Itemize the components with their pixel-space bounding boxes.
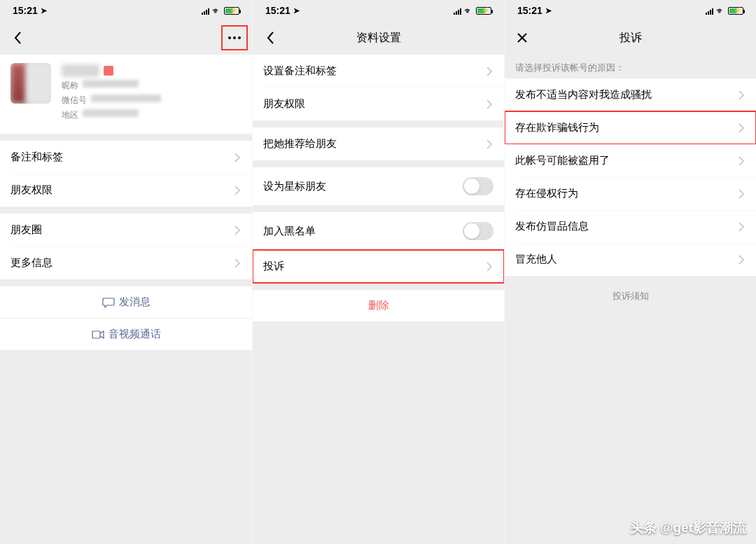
button-label: 发消息 bbox=[119, 295, 150, 309]
link-label: 投诉须知 bbox=[612, 291, 649, 301]
region-label: 地区 bbox=[62, 109, 78, 121]
page-title: 资料设置 bbox=[356, 31, 401, 46]
wechat-value bbox=[91, 95, 161, 102]
svg-rect-3 bbox=[92, 331, 100, 338]
nickname-label: 昵称 bbox=[62, 80, 78, 92]
delete-button[interactable]: 删除 bbox=[253, 290, 504, 321]
screen-profile: 15:21 ➤ ᯤ ⚡ 昵称 微信号 地区 bbox=[0, 0, 252, 544]
chevron-right-icon bbox=[738, 90, 746, 100]
star-toggle[interactable] bbox=[463, 177, 493, 195]
item-label: 备注和标签 bbox=[10, 151, 63, 164]
video-icon bbox=[92, 330, 104, 339]
close-button[interactable] bbox=[513, 29, 531, 47]
button-label: 音视频通话 bbox=[108, 328, 161, 341]
location-icon: ➤ bbox=[41, 6, 47, 15]
item-label: 加入黑名单 bbox=[263, 225, 316, 238]
item-moments[interactable]: 朋友圈 bbox=[0, 214, 252, 246]
profile-header: 昵称 微信号 地区 bbox=[0, 55, 252, 134]
back-button[interactable] bbox=[8, 29, 27, 47]
status-time: 15:21 bbox=[517, 5, 542, 16]
item-star[interactable]: 设为星标朋友 bbox=[253, 167, 504, 205]
page-title: 投诉 bbox=[620, 31, 642, 46]
chevron-right-icon bbox=[738, 222, 746, 232]
reason-prompt: 请选择投诉该帐号的原因： bbox=[505, 55, 756, 78]
signal-icon bbox=[706, 7, 713, 15]
nav-bar bbox=[0, 21, 252, 55]
avatar[interactable] bbox=[10, 63, 51, 104]
reason-harass[interactable]: 发布不适当内容对我造成骚扰 bbox=[505, 78, 756, 111]
complaint-notice-link[interactable]: 投诉须知 bbox=[505, 276, 756, 316]
close-icon bbox=[517, 32, 528, 43]
chevron-right-icon bbox=[486, 262, 493, 272]
chevron-right-icon bbox=[738, 255, 746, 265]
item-blacklist[interactable]: 加入黑名单 bbox=[253, 212, 504, 250]
location-icon: ➤ bbox=[545, 6, 552, 15]
nav-bar: 资料设置 bbox=[253, 21, 504, 55]
item-complaint[interactable]: 投诉 bbox=[253, 250, 504, 283]
content: 请选择投诉该帐号的原因： 发布不适当内容对我造成骚扰 存在欺诈骗钱行为 此帐号可… bbox=[505, 55, 756, 544]
nickname-value bbox=[83, 80, 139, 88]
wifi-icon: ᯤ bbox=[464, 6, 473, 16]
item-label: 把她推荐给朋友 bbox=[263, 137, 337, 151]
button-label: 删除 bbox=[368, 299, 389, 311]
chevron-right-icon bbox=[234, 186, 241, 195]
reason-stolen[interactable]: 此帐号可能被盗用了 bbox=[505, 144, 756, 177]
item-label: 投诉 bbox=[263, 260, 284, 273]
item-label: 朋友权限 bbox=[263, 97, 305, 111]
screen-settings: 15:21 ➤ ᯤ ⚡ 资料设置 设置备注和标签 朋友权限 把她推荐给朋友 bbox=[252, 0, 504, 544]
status-time: 15:21 bbox=[13, 5, 38, 16]
battery-icon: ⚡ bbox=[224, 7, 239, 15]
blacklist-toggle[interactable] bbox=[463, 222, 493, 240]
chevron-right-icon bbox=[234, 225, 241, 235]
chevron-right-icon bbox=[738, 123, 746, 133]
item-set-remark[interactable]: 设置备注和标签 bbox=[253, 55, 504, 88]
status-bar: 15:21 ➤ ᯤ ⚡ bbox=[505, 0, 756, 21]
location-icon: ➤ bbox=[293, 6, 300, 15]
chevron-left-icon bbox=[13, 31, 22, 45]
signal-icon bbox=[454, 7, 461, 15]
svg-point-0 bbox=[228, 36, 231, 39]
wifi-icon: ᯤ bbox=[212, 6, 221, 16]
item-permission[interactable]: 朋友权限 bbox=[253, 88, 504, 120]
reason-infringe[interactable]: 存在侵权行为 bbox=[505, 177, 756, 210]
item-label: 设置备注和标签 bbox=[263, 64, 337, 78]
item-remark[interactable]: 备注和标签 bbox=[0, 141, 252, 174]
screen-complaint: 15:21 ➤ ᯤ ⚡ 投诉 请选择投诉该帐号的原因： 发布不适当内容对我造成骚… bbox=[504, 0, 756, 544]
content: 设置备注和标签 朋友权限 把她推荐给朋友 设为星标朋友 加入黑名单 投诉 删除 bbox=[253, 55, 504, 544]
reason-impersonate[interactable]: 冒充他人 bbox=[505, 243, 756, 276]
status-bar: 15:21 ➤ ᯤ ⚡ bbox=[0, 0, 252, 21]
item-label: 朋友圈 bbox=[10, 223, 42, 237]
send-message-button[interactable]: 发消息 bbox=[0, 286, 252, 318]
wechat-label: 微信号 bbox=[62, 95, 87, 106]
svg-point-1 bbox=[233, 36, 236, 39]
item-label: 此帐号可能被盗用了 bbox=[515, 154, 610, 167]
region-value bbox=[83, 109, 139, 117]
item-label: 存在侵权行为 bbox=[515, 187, 578, 200]
battery-icon: ⚡ bbox=[476, 7, 491, 15]
reason-fraud[interactable]: 存在欺诈骗钱行为 bbox=[505, 111, 756, 144]
item-recommend[interactable]: 把她推荐给朋友 bbox=[253, 127, 504, 160]
chevron-left-icon bbox=[266, 31, 274, 45]
battery-icon: ⚡ bbox=[728, 7, 743, 15]
chevron-right-icon bbox=[486, 67, 493, 76]
back-button[interactable] bbox=[261, 29, 279, 47]
reason-fake[interactable]: 发布仿冒品信息 bbox=[505, 210, 756, 243]
content: 昵称 微信号 地区 备注和标签 朋友权限 朋友圈 更多信息 发消息 bbox=[0, 55, 252, 544]
item-label: 设为星标朋友 bbox=[263, 180, 326, 193]
more-button[interactable] bbox=[225, 29, 244, 47]
item-permission[interactable]: 朋友权限 bbox=[0, 174, 252, 207]
item-more[interactable]: 更多信息 bbox=[0, 246, 252, 279]
chevron-right-icon bbox=[738, 189, 746, 199]
video-call-button[interactable]: 音视频通话 bbox=[0, 318, 252, 350]
item-label: 冒充他人 bbox=[515, 253, 557, 266]
nav-bar: 投诉 bbox=[505, 21, 756, 55]
chat-icon bbox=[102, 297, 115, 308]
item-label: 朋友权限 bbox=[10, 183, 52, 197]
wifi-icon: ᯤ bbox=[716, 6, 725, 16]
status-bar: 15:21 ➤ ᯤ ⚡ bbox=[253, 0, 504, 21]
chevron-right-icon bbox=[738, 156, 746, 166]
item-label: 发布仿冒品信息 bbox=[515, 220, 589, 233]
item-label: 存在欺诈骗钱行为 bbox=[515, 121, 599, 134]
more-icon bbox=[227, 36, 241, 40]
item-label: 发布不适当内容对我造成骚扰 bbox=[515, 88, 652, 102]
